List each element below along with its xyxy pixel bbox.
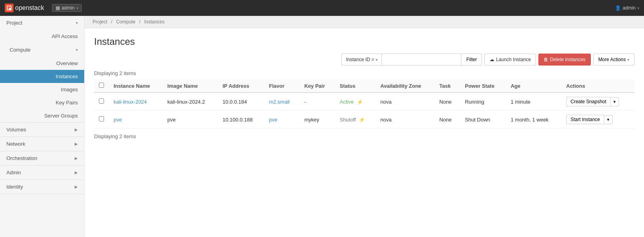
instances-table-wrapper: Instance Name Image Name IP Address Flav… [94, 79, 634, 129]
filter-group: Instance ID = ▾ Filter [341, 54, 482, 66]
row2-name-link[interactable]: pve [114, 117, 122, 123]
user-icon: 👤 [615, 5, 621, 11]
row1-name-link[interactable]: kali-linux-2024 [114, 99, 147, 105]
sidebar-network-label: Network [6, 141, 25, 147]
sidebar-admin-header[interactable]: Admin ▶ [0, 166, 84, 179]
delete-instances-button[interactable]: 🗑 Delete Instances [538, 54, 590, 66]
select-all-checkbox[interactable] [99, 83, 104, 88]
sidebar: Project ▾ API Access Compute ▾ Overview … [0, 16, 85, 237]
header-actions: Actions [561, 79, 634, 92]
sidebar-project-header[interactable]: Project ▾ [0, 16, 84, 30]
row2-age: 1 month, 1 week [506, 111, 561, 129]
instances-table: Instance Name Image Name IP Address Flav… [94, 79, 634, 129]
filter-button[interactable]: Filter [461, 54, 482, 66]
volumes-chevron: ▶ [75, 127, 78, 132]
header-task: Task [435, 79, 460, 92]
row2-status-badge: Shutoff [339, 117, 356, 123]
sidebar-section-volumes: Volumes ▶ [0, 123, 84, 137]
row1-status: Active ⚡ [335, 92, 376, 111]
sidebar-volumes-header[interactable]: Volumes ▶ [0, 123, 84, 137]
row2-action-caret[interactable]: ▾ [604, 115, 613, 124]
page-body: Instances Instance ID = ▾ Filter ☁ Launc… [85, 28, 644, 150]
breadcrumb-project[interactable]: Project [93, 19, 107, 25]
sidebar-section-network: Network ▶ [0, 137, 84, 151]
row2-action-group: Start Instance ▾ [566, 115, 630, 124]
header-ip-address: IP Address [218, 79, 264, 92]
sidebar-network-header[interactable]: Network ▶ [0, 137, 84, 151]
header-key-pair: Key Pair [299, 79, 335, 92]
display-count-top: Displaying 2 items [94, 70, 634, 76]
row1-name: kali-linux-2024 [109, 92, 163, 111]
row1-action-caret[interactable]: ▾ [610, 97, 619, 106]
sidebar-section-identity: Identity ▶ [0, 180, 84, 194]
sidebar-item-keypairs[interactable]: Key Pairs [0, 96, 84, 109]
breadcrumb-compute[interactable]: Compute [116, 19, 135, 25]
brand: openstack [5, 4, 44, 12]
toolbar: Instance ID = ▾ Filter ☁ Launch Instance… [94, 54, 634, 66]
sidebar-item-server-groups[interactable]: Server Groups [0, 109, 84, 122]
row2-flavor: pve [264, 111, 299, 129]
breadcrumb-sep-2: / [139, 19, 140, 25]
row2-image: pve [163, 111, 218, 129]
header-flavor: Flavor [264, 79, 299, 92]
filter-chevron: ▾ [376, 58, 378, 62]
header-age: Age [506, 79, 561, 92]
row2-checkbox-cell [94, 111, 109, 129]
sidebar-item-api-access[interactable]: API Access [0, 30, 84, 43]
launch-instance-button[interactable]: ☁ Launch Instance [484, 54, 536, 66]
project-dropdown[interactable]: ▦ admin ▾ [52, 4, 82, 12]
trash-icon: 🗑 [544, 57, 548, 62]
row2-start-instance-button[interactable]: Start Instance [566, 115, 604, 124]
sidebar-item-instances[interactable]: Instances [0, 70, 84, 83]
row1-checkbox[interactable] [99, 98, 104, 104]
row1-image: kali-linux-2024.2 [163, 92, 218, 111]
filter-input[interactable] [382, 54, 461, 66]
row2-checkbox[interactable] [99, 116, 104, 121]
row1-status-icon: ⚡ [357, 99, 363, 105]
breadcrumb-sep-1: / [111, 19, 112, 25]
sidebar-identity-header[interactable]: Identity ▶ [0, 180, 84, 194]
sidebar-section-admin: Admin ▶ [0, 166, 84, 180]
user-menu[interactable]: 👤 admin ▾ [615, 5, 639, 11]
more-chevron: ▾ [627, 58, 629, 62]
row1-create-snapshot-button[interactable]: Create Snapshot [566, 97, 610, 106]
sidebar-identity-label: Identity [6, 184, 23, 190]
row1-ip: 10.0.0.184 [218, 92, 264, 111]
row2-name: pve [109, 111, 163, 129]
row1-age: 1 minute [506, 92, 561, 111]
sidebar-orchestration-label: Orchestration [6, 155, 37, 161]
identity-chevron: ▶ [75, 185, 78, 189]
header-status: Status [335, 79, 376, 92]
sidebar-orchestration-header[interactable]: Orchestration ▶ [0, 151, 84, 165]
header-instance-name: Instance Name [109, 79, 163, 92]
row1-flavor-link[interactable]: m2.small [269, 99, 289, 105]
project-chevron: ▾ [76, 21, 78, 25]
header-checkbox-cell [94, 79, 109, 92]
row2-status: Shutoff ⚡ [335, 111, 376, 129]
row2-flavor-link[interactable]: pve [269, 117, 277, 123]
row2-ip: 10.100.0.188 [218, 111, 264, 129]
filter-dropdown[interactable]: Instance ID = ▾ [341, 54, 382, 66]
row1-status-badge: Active [339, 99, 353, 105]
dropdown-chevron: ▾ [76, 6, 78, 10]
display-count-bottom: Displaying 2 items [94, 133, 634, 139]
sidebar-compute-header[interactable]: Compute ▾ [0, 43, 84, 57]
logo-icon [5, 4, 13, 12]
row1-power-state: Running [460, 92, 506, 111]
filter-label: Instance ID = [346, 57, 374, 62]
row1-action-group: Create Snapshot ▾ [566, 97, 630, 106]
more-actions-button[interactable]: More Actions ▾ [593, 54, 634, 66]
orchestration-chevron: ▶ [75, 156, 78, 160]
row1-task: None [435, 92, 460, 111]
row2-status-icon: ⚡ [359, 117, 365, 123]
sidebar-project-label: Project [6, 20, 22, 26]
sidebar-item-images[interactable]: Images [0, 83, 84, 96]
breadcrumb-current: Instances [144, 19, 164, 25]
svg-rect-3 [8, 8, 9, 10]
main-content: Project / Compute / Instances Instances … [85, 16, 644, 237]
sidebar-item-overview[interactable]: Overview [0, 57, 84, 70]
logo-text: openstack [15, 4, 44, 12]
row1-checkbox-cell [94, 92, 109, 111]
network-chevron: ▶ [75, 142, 78, 146]
table-header: Instance Name Image Name IP Address Flav… [94, 79, 634, 92]
